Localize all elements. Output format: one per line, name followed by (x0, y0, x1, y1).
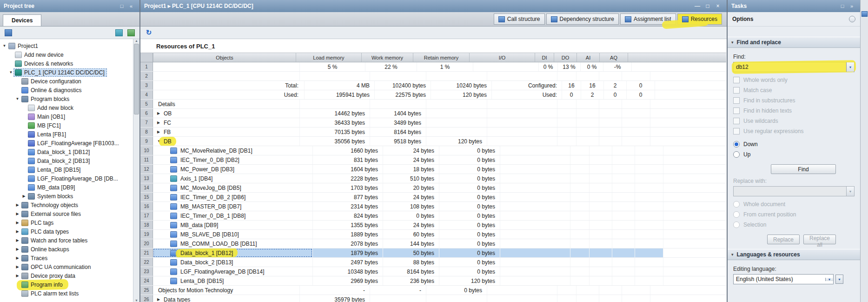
table-row[interactable]: 18 MB_data [DB9] 1355 bytes 24 bytes 0 b… (140, 221, 726, 230)
radio-up[interactable]: Up (733, 149, 855, 160)
object-cell[interactable]: ▼ DB (153, 137, 299, 146)
object-cell[interactable]: MB_SLAVE_DB [DB10] (153, 230, 312, 239)
tree-item-body[interactable]: OPC UA communication (20, 263, 93, 271)
scrollbar-thumb[interactable] (134, 44, 139, 114)
tree-item-lenta-db-db15[interactable]: Lenta_DB [DB15] (0, 165, 133, 174)
object-cell[interactable]: MC_Power_DB [DB3] (153, 165, 312, 174)
tree-item-body[interactable]: PLC data types (20, 228, 71, 236)
tree-item-opc-ua-communication[interactable]: ▶ OPC UA communication (0, 262, 133, 271)
checkbox[interactable] (733, 77, 740, 83)
tree-item-program-blocks[interactable]: ▼ Program blocks (0, 94, 133, 103)
table-row[interactable]: 26 ▶ Data types 35979 bytes (140, 295, 726, 302)
object-cell[interactable]: Data_block_1 [DB12] (153, 248, 312, 257)
column-header-work-memory[interactable]: Work memory (361, 53, 413, 62)
object-cell[interactable]: Axis_1 [DB4] (153, 174, 312, 183)
view-tab-call-structure[interactable]: Call structure (494, 13, 545, 25)
table-row[interactable]: 17 IEC_Timer_0_DB_1 [DB8] 824 bytes 0 by… (140, 211, 726, 221)
tree-item-traces[interactable]: ▶ Traces (0, 254, 133, 262)
expand-arrow-icon[interactable]: ▶ (15, 221, 20, 225)
tasks-collapse-icon[interactable]: » (847, 3, 856, 9)
replace-all-button[interactable]: Replace all (803, 235, 836, 244)
tab-devices[interactable]: Devices (3, 14, 41, 26)
object-cell[interactable]: ▶ FC (153, 118, 299, 127)
checkbox-use-regular-expressions[interactable]: Use regular expressions (733, 126, 855, 136)
minimize-icon[interactable]: — (692, 3, 702, 9)
tree-item-body[interactable]: System blocks (27, 192, 75, 201)
table-row[interactable]: 3 Total: 4 MB 102400 bytes 10240 bytes C… (140, 81, 726, 90)
expand-arrow-icon[interactable]: ▶ (157, 111, 163, 115)
object-cell[interactable]: MC_MoveJog_DB [DB5] (153, 183, 312, 192)
table-row[interactable]: 25 Objects for Motion Technology - - 0 b… (140, 286, 726, 295)
radio-button[interactable] (733, 141, 740, 148)
expand-arrow-icon[interactable]: ▶ (21, 194, 27, 198)
radio-selection[interactable]: Selection (733, 220, 855, 230)
table-row[interactable]: 11 IEC_Timer_0_DB [DB2] 831 bytes 24 byt… (140, 155, 726, 165)
options-menu-icon[interactable] (849, 16, 855, 22)
tree-item-body[interactable]: PLC_1 [CPU 1214C DC/DC/DC] (13, 68, 107, 77)
refresh-icon[interactable]: ↻ (144, 28, 153, 37)
tree-item-body[interactable]: External source files (20, 210, 83, 218)
expand-arrow-icon[interactable]: ▶ (15, 256, 20, 260)
tree-item-body[interactable]: Lenta_DB [DB15] (27, 166, 83, 174)
table-row[interactable]: 13 Axis_1 [DB4] 2228 bytes 510 bytes 0 b… (140, 174, 726, 183)
collapse-panel-icon[interactable]: « (126, 3, 136, 9)
table-row[interactable]: 5 Details (140, 100, 726, 109)
checkbox-use-wildcards[interactable]: Use wildcards (733, 116, 855, 126)
table-row[interactable]: 8 ▶ FB 70135 bytes 8164 bytes (140, 128, 726, 137)
radio-button[interactable] (733, 201, 740, 208)
tree-item-body[interactable]: Devices & networks (13, 60, 75, 68)
column-header-retain-memory[interactable]: Retain memory (413, 53, 469, 62)
expand-arrow-icon[interactable]: ▶ (15, 274, 20, 278)
expand-arrow-icon[interactable]: ▶ (15, 203, 20, 207)
find-button[interactable]: Find (771, 164, 836, 174)
object-cell[interactable]: Objects for Motion Technology (153, 286, 299, 295)
diagram-view-button[interactable] (126, 28, 136, 37)
tree-item-body[interactable]: LGF_FloatingAverage [FB1003... (27, 139, 121, 148)
tree-item-lgf-floatingaverage-fb1003[interactable]: LGF_FloatingAverage [FB1003... (0, 139, 133, 148)
tree-item-body[interactable]: MB [FC1] (27, 121, 63, 130)
tree-item-body[interactable]: Online & diagnostics (20, 86, 84, 94)
column-header-do[interactable]: DO (554, 53, 576, 62)
tree-item-technology-objects[interactable]: ▶ Technology objects (0, 201, 133, 209)
tree-item-body[interactable]: Traces (20, 254, 50, 262)
tree-item-lenta-fb1[interactable]: Lenta [FB1] (0, 130, 133, 139)
tree-item-mb-fc1[interactable]: MB [FC1] (0, 121, 133, 130)
table-row[interactable]: 15 IEC_Timer_0_DB_2 [DB6] 877 bytes 24 b… (140, 193, 726, 202)
expand-arrow-icon[interactable]: ▼ (8, 70, 13, 74)
tree-item-lgf-floatingaverage-db-db[interactable]: LGF_FloatingAverage_DB [DB... (0, 174, 133, 183)
object-cell[interactable]: MB_MASTER_DB [DB7] (153, 202, 312, 211)
expand-arrow-icon[interactable]: ▼ (15, 97, 20, 101)
details-view-button[interactable] (114, 28, 124, 37)
tree-item-program-info[interactable]: Program info (0, 280, 133, 289)
expand-arrow-icon[interactable]: ▼ (2, 44, 7, 48)
find-dropdown-icon[interactable]: ▼ (846, 62, 854, 72)
tree-item-system-blocks[interactable]: ▶ System blocks (0, 192, 133, 201)
tree-item-device-configuration[interactable]: Device configuration (0, 77, 133, 86)
tree-item-body[interactable]: Lenta [FB1] (27, 130, 68, 139)
tree-item-body[interactable]: Add new block (27, 104, 76, 112)
table-row[interactable]: 10 MC_MoveRelative_DB [DB1] 1660 bytes 2… (140, 146, 726, 155)
column-header-load-memory[interactable]: Load memory (296, 53, 361, 62)
scroll-down-icon[interactable]: ▼ (135, 299, 138, 302)
table-row[interactable]: 20 MB_COMM_LOAD_DB [DB11] 2078 bytes 144… (140, 239, 726, 248)
tree-item-add-new-block[interactable]: Add new block (0, 103, 133, 112)
table-row[interactable]: 16 MB_MASTER_DB [DB7] 2314 bytes 108 byt… (140, 202, 726, 211)
tree-item-plc-tags[interactable]: ▶ PLC tags (0, 218, 133, 227)
tasks-pin-icon[interactable]: □ (838, 3, 847, 9)
tree-item-plc-data-types[interactable]: ▶ PLC data types (0, 227, 133, 236)
tree-item-body[interactable]: Device configuration (20, 77, 84, 86)
tree-item-body[interactable]: LGF_FloatingAverage_DB [DB... (27, 174, 120, 183)
column-header-ai[interactable]: AI (576, 53, 599, 62)
checkbox-match-case[interactable]: Match case (733, 85, 855, 95)
table-row[interactable]: 9 ▼ DB 35056 bytes 9518 bytes 120 bytes (140, 137, 726, 146)
checkbox-whole-words-only[interactable]: Whole words only (733, 75, 855, 85)
project-tree-scrollbar[interactable]: ▲ ▼ (133, 39, 139, 302)
object-cell[interactable]: MB_COMM_LOAD_DB [DB11] (153, 239, 312, 248)
tree-item-external-source-files[interactable]: ▶ External source files (0, 209, 133, 218)
checkbox[interactable] (733, 87, 740, 94)
expand-arrow-icon[interactable]: ▶ (157, 297, 163, 302)
column-header-objects[interactable]: Objects (153, 53, 296, 62)
tree-item-mb-data-db9[interactable]: MB_data [DB9] (0, 183, 133, 192)
object-cell[interactable]: Lenta_DB [DB15] (153, 276, 312, 285)
object-cell[interactable]: Details (153, 100, 299, 108)
